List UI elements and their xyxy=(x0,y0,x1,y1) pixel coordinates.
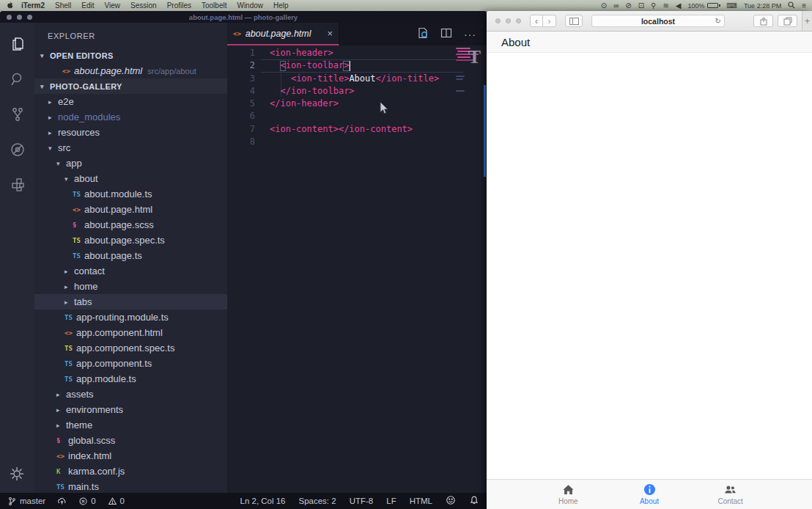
tree-item-about-page-ts[interactable]: TSabout.page.ts xyxy=(34,248,227,263)
menu-item-toolbelt[interactable]: Toolbelt xyxy=(202,1,226,10)
git-branch-indicator[interactable]: master xyxy=(7,497,45,506)
code-line[interactable]: <ion-header> xyxy=(270,47,439,59)
close-window-button[interactable] xyxy=(495,18,501,23)
notifications-bell-icon[interactable] xyxy=(469,495,479,507)
tab-home[interactable]: Home xyxy=(528,480,609,509)
extensions-icon[interactable] xyxy=(9,176,26,194)
open-editor-item[interactable]: <> about.page.html src/app/about xyxy=(34,63,227,78)
tree-item-app-component-html[interactable]: <>app.component.html xyxy=(34,325,227,340)
tree-item-contact[interactable]: ▸contact xyxy=(34,263,227,279)
error-indicator[interactable]: 0 xyxy=(78,497,95,506)
feedback-smiley-icon[interactable] xyxy=(446,495,456,507)
debug-icon[interactable] xyxy=(9,141,26,158)
dongle-icon[interactable]: ⚲ xyxy=(651,2,656,10)
menu-item-session[interactable]: Session xyxy=(130,1,157,10)
minimap[interactable]: T xyxy=(456,46,482,142)
browser-toolbar[interactable]: ‹ › localhost ↻ + xyxy=(487,11,812,32)
sidebar-toggle-button[interactable] xyxy=(565,15,583,27)
menu-item-window[interactable]: Window xyxy=(237,1,263,10)
tree-item-karma-conf-js[interactable]: Kkarma.conf.js xyxy=(34,464,227,479)
tree-item-about-page-html[interactable]: <>about.page.html xyxy=(34,202,227,217)
tree-item-index-html[interactable]: <>index.html xyxy=(34,448,227,464)
screen-record-icon[interactable]: ⊙ xyxy=(601,2,607,10)
new-tab-button[interactable]: + xyxy=(802,11,812,31)
code-line[interactable]: <ion-content></ion-content> xyxy=(270,123,439,136)
status-item-lf[interactable]: LF xyxy=(386,497,396,505)
menu-item-shell[interactable]: Shell xyxy=(55,1,71,10)
tree-item-e2e[interactable]: ▸e2e xyxy=(34,94,227,109)
status-item-utf-8[interactable]: UTF-8 xyxy=(350,497,374,505)
warning-indicator[interactable]: 0 xyxy=(108,497,125,506)
source-control-icon[interactable] xyxy=(9,106,26,123)
menu-item-edit[interactable]: Edit xyxy=(81,1,94,10)
tab-overview-button[interactable] xyxy=(778,15,797,27)
code-line[interactable]: </ion-toolbar> xyxy=(270,85,439,98)
tree-item-home[interactable]: ▸home xyxy=(34,279,227,294)
tree-item-app-component-spec-ts[interactable]: TSapp.component.spec.ts xyxy=(34,340,227,356)
search-icon[interactable] xyxy=(9,70,26,88)
volume-icon[interactable]: ◀ xyxy=(676,2,682,10)
share-button[interactable] xyxy=(753,15,773,27)
tree-item-src[interactable]: ▾src xyxy=(34,140,227,155)
tree-item-theme[interactable]: ▸theme xyxy=(34,417,227,433)
explorer-icon[interactable] xyxy=(9,35,26,53)
input-source-icon[interactable]: ⌨ xyxy=(727,2,737,10)
tree-item-assets[interactable]: ▸assets xyxy=(34,387,227,402)
tree-item-main-ts[interactable]: TSmain.ts xyxy=(34,479,227,493)
tree-item-about-page-spec-ts[interactable]: TSabout.page.spec.ts xyxy=(34,232,227,248)
tab-contact[interactable]: Contact xyxy=(690,480,771,509)
close-tab-icon[interactable]: × xyxy=(327,28,333,39)
vscode-titlebar[interactable]: about.page.html — photo-gallery xyxy=(0,11,487,23)
tree-item-about-module-ts[interactable]: TSabout.module.ts xyxy=(34,186,227,202)
scrollbar-indicator[interactable] xyxy=(484,85,486,177)
zoom-window-button[interactable] xyxy=(516,18,521,23)
tree-item-tabs[interactable]: ▸tabs xyxy=(34,294,227,310)
tree-item-global-scss[interactable]: §global.scss xyxy=(34,433,227,448)
battery-indicator[interactable]: 100% xyxy=(687,2,720,10)
tree-item-environments[interactable]: ▸environments xyxy=(34,402,227,417)
code-line[interactable]: <ion-toolbar> xyxy=(270,59,439,72)
tree-item-about-page-scss[interactable]: §about.page.scss xyxy=(34,217,227,232)
settings-gear-icon[interactable] xyxy=(8,465,26,483)
do-not-disturb-icon[interactable]: ⊘ xyxy=(625,2,631,10)
menu-item-view[interactable]: View xyxy=(105,1,121,10)
minimize-window-button[interactable] xyxy=(506,18,511,23)
editor-tab-about-page[interactable]: <> about.page.html × xyxy=(227,23,339,45)
open-editors-header[interactable]: ▾ OPEN EDITORS xyxy=(34,48,227,63)
project-section-header[interactable]: ▾ PHOTO-GALLERY xyxy=(34,78,227,94)
forward-button[interactable]: › xyxy=(543,15,556,27)
back-button[interactable]: ‹ xyxy=(530,15,543,27)
code-line[interactable] xyxy=(270,110,439,122)
tree-item-app[interactable]: ▾app xyxy=(34,155,227,171)
status-item-html[interactable]: HTML xyxy=(410,497,432,505)
spotlight-icon[interactable] xyxy=(788,1,795,10)
display-icon[interactable]: ⊡ xyxy=(638,2,644,10)
status-item-spaces[interactable]: Spaces: 2 xyxy=(299,497,336,505)
tree-item-about[interactable]: ▾about xyxy=(34,171,227,186)
more-actions-icon[interactable]: ··· xyxy=(464,29,476,40)
apple-menu-icon[interactable] xyxy=(6,1,14,10)
split-editor-icon[interactable] xyxy=(440,27,452,42)
sync-indicator[interactable] xyxy=(57,497,67,506)
menu-item-iterm2[interactable]: iTerm2 xyxy=(21,1,45,10)
tree-item-app-component-ts[interactable]: TSapp.component.ts xyxy=(34,356,227,371)
tree-item-node-modules[interactable]: ▸node_modules xyxy=(34,109,227,125)
menu-item-help[interactable]: Help xyxy=(273,1,289,10)
address-bar[interactable]: localhost ↻ xyxy=(591,15,725,27)
search-editor-icon[interactable] xyxy=(417,27,429,42)
notification-center-icon[interactable]: ≡ xyxy=(802,2,806,10)
tab-about[interactable]: About xyxy=(609,480,690,509)
tree-item-app-routing-module-ts[interactable]: TSapp-routing.module.ts xyxy=(34,310,227,325)
menu-item-profiles[interactable]: Profiles xyxy=(167,1,191,10)
code-line[interactable]: </ion-header> xyxy=(270,98,439,110)
reload-icon[interactable]: ↻ xyxy=(715,17,721,25)
glasses-icon[interactable]: ∞ xyxy=(613,2,619,10)
wifi-icon[interactable]: ≋ xyxy=(662,2,668,10)
code-line[interactable] xyxy=(270,136,439,148)
code-line[interactable]: <ion-title>About</ion-title> xyxy=(270,73,439,85)
tree-item-resources[interactable]: ▸resources xyxy=(34,125,227,140)
menubar-clock[interactable]: Tue 2:28 PM xyxy=(744,2,781,10)
code-editor[interactable]: 12345678 <ion-header> <ion-toolbar> <ion… xyxy=(227,45,487,493)
tree-item-app-module-ts[interactable]: TSapp.module.ts xyxy=(34,371,227,387)
status-item-ln[interactable]: Ln 2, Col 16 xyxy=(240,497,286,505)
